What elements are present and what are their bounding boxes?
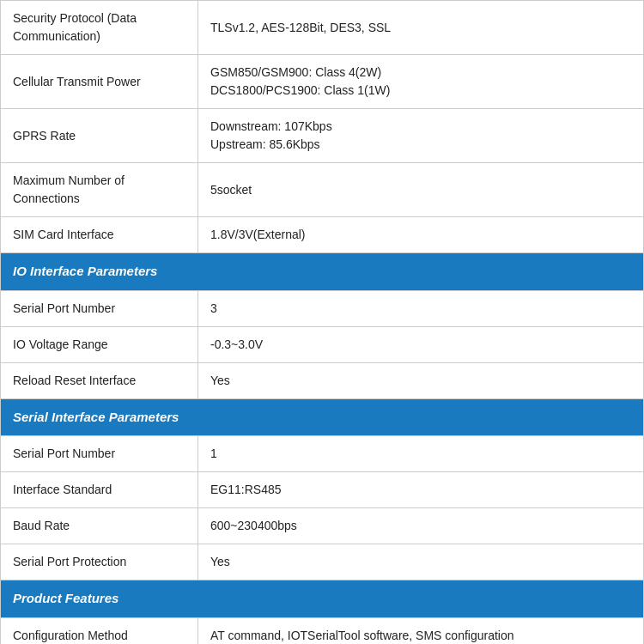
row-value-6: 3 — [198, 290, 644, 326]
row-value-7: -0.3~3.0V — [198, 326, 644, 362]
row-value-1: GSM850/GSM900: Class 4(2W)DCS1800/PCS190… — [198, 55, 644, 109]
row-value-12: 600~230400bps — [198, 508, 644, 544]
row-label-2: GPRS Rate — [1, 109, 198, 163]
row-label-8: Reload Reset Interface — [1, 362, 198, 398]
row-value-8: Yes — [198, 362, 644, 398]
row-value-2: Downstream: 107KbpsUpstream: 85.6Kbps — [198, 109, 644, 163]
section-header-14: Product Features — [1, 580, 644, 618]
row-value-13: Yes — [198, 544, 644, 580]
row-label-0: Security Protocol (Data Communication) — [1, 1, 198, 55]
row-value-15: AT command, IOTSerialTool software, SMS … — [198, 617, 644, 644]
row-value-3: 5socket — [198, 163, 644, 217]
row-label-11: Interface Standard — [1, 472, 198, 508]
row-label-7: IO Voltage Range — [1, 326, 198, 362]
row-label-4: SIM Card Interface — [1, 217, 198, 253]
row-value-4: 1.8V/3V(External) — [198, 217, 644, 253]
section-header-5: IO Interface Parameters — [1, 253, 644, 291]
row-label-12: Baud Rate — [1, 508, 198, 544]
row-value-0: TLSv1.2, AES-128Bit, DES3, SSL — [198, 1, 644, 55]
row-label-6: Serial Port Number — [1, 290, 198, 326]
row-value-10: 1 — [198, 436, 644, 472]
spec-table: Security Protocol (Data Communication)TL… — [0, 0, 644, 644]
row-label-13: Serial Port Protection — [1, 544, 198, 580]
section-header-9: Serial Interface Parameters — [1, 398, 644, 436]
row-value-11: EG11:RS485 — [198, 472, 644, 508]
row-label-1: Cellular Transmit Power — [1, 55, 198, 109]
row-label-15: Configuration Method — [1, 617, 198, 644]
row-label-3: Maximum Number of Connections — [1, 163, 198, 217]
row-label-10: Serial Port Number — [1, 436, 198, 472]
